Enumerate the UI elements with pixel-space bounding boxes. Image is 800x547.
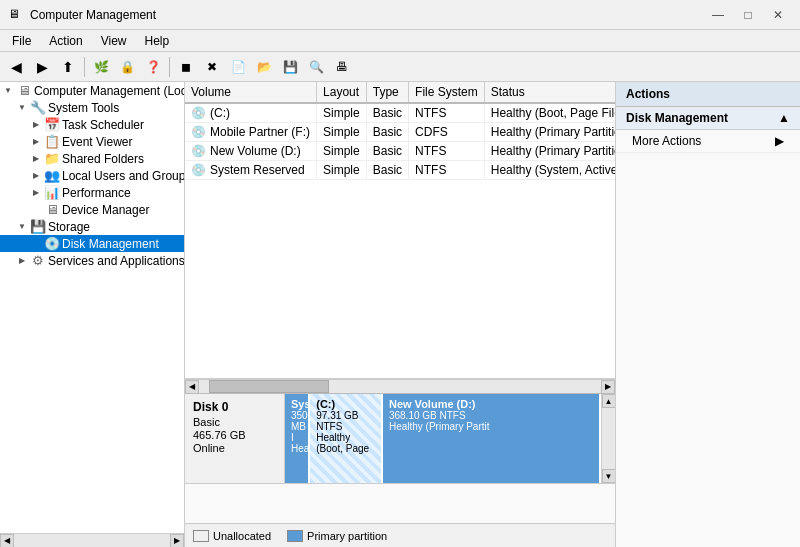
tree-expand-system-tools[interactable]: ▼ [14,103,30,112]
toolbar-forward[interactable]: ▶ [30,55,54,79]
tree-item-local-users[interactable]: ▶ 👥 Local Users and Groups [0,167,184,184]
cell-type-0: Basic [366,103,408,123]
cell-status-1: Healthy (Primary Partition) [484,123,615,142]
disk-scroll-down[interactable]: ▼ [602,469,616,483]
toolbar-save[interactable]: 💾 [278,55,302,79]
volume-row-2[interactable]: 💿New Volume (D:) Simple Basic NTFS Healt… [185,142,615,161]
disk-scroll-up[interactable]: ▲ [602,394,616,408]
tree-expand-performance[interactable]: ▶ [28,188,44,197]
legend-primary: Primary partition [287,530,387,542]
tree-label-local-users: Local Users and Groups [60,169,185,183]
tree-label-shared-folders: Shared Folders [60,152,144,166]
tree-icon-task-scheduler: 📅 [44,117,60,132]
actions-more-actions[interactable]: More Actions ▶ [616,130,800,153]
partition-size-newvol: 368.10 GB NTFS [389,410,593,421]
toolbar-lock[interactable]: 🔒 [115,55,139,79]
partition-c[interactable]: (C:) 97.31 GB NTFS Healthy (Boot, Page [310,394,383,483]
tree-expand-local-users[interactable]: ▶ [28,171,44,180]
toolbar-back[interactable]: ◀ [4,55,28,79]
tree-expand-event-viewer[interactable]: ▶ [28,137,44,146]
h-scrollbar-right[interactable]: ▶ [601,380,615,394]
toolbar-properties[interactable]: 📄 [226,55,250,79]
tree-item-event-viewer[interactable]: ▶ 📋 Event Viewer [0,133,184,150]
tree-item-shared-folders[interactable]: ▶ 📁 Shared Folders [0,150,184,167]
tree-expand-task-scheduler[interactable]: ▶ [28,120,44,129]
partition-system[interactable]: System 350 MB I Healthy [285,394,310,483]
volume-row-1[interactable]: 💿Mobile Partner (F:) Simple Basic CDFS H… [185,123,615,142]
col-filesystem[interactable]: File System [409,82,485,103]
actions-pane: Actions Disk Management ▲ More Actions ▶ [615,82,800,547]
disk-size-0: 465.76 GB [193,429,276,441]
cell-layout-0: Simple [317,103,367,123]
partition-name-newvol: New Volume (D:) [389,398,593,410]
cell-layout-1: Simple [317,123,367,142]
cell-status-2: Healthy (Primary Partition) [484,142,615,161]
col-status[interactable]: Status [484,82,615,103]
h-scrollbar[interactable]: ◀ ▶ [185,379,615,393]
tree-label-performance: Performance [60,186,131,200]
disk-view: Disk 0 Basic 465.76 GB Online System 350… [185,393,615,523]
vol-icon-0: 💿 [191,106,206,120]
cell-status-0: Healthy (Boot, Page File, Cras [484,103,615,123]
toolbar-delete[interactable]: ✖ [200,55,224,79]
tree-expand-services-apps[interactable]: ▶ [14,256,30,265]
toolbar-new-window[interactable]: ◼ [174,55,198,79]
h-scrollbar-thumb[interactable] [209,380,329,393]
toolbar-open[interactable]: 📂 [252,55,276,79]
actions-section-disk-management[interactable]: Disk Management ▲ [616,107,800,130]
menu-action[interactable]: Action [41,32,90,50]
partition-name-c: (C:) [316,398,375,410]
tree-expand-root[interactable]: ▼ [0,86,16,95]
partition-status-system: Healthy [291,443,302,454]
cell-status-3: Healthy (System, Active, Prim [484,161,615,180]
tree-item-services-apps[interactable]: ▶ ⚙ Services and Applications [0,252,184,269]
h-scrollbar-left[interactable]: ◀ [185,380,199,394]
tree-expand-storage[interactable]: ▼ [14,222,30,231]
tree-item-device-manager[interactable]: 🖥 Device Manager [0,201,184,218]
menu-view[interactable]: View [93,32,135,50]
toolbar: ◀ ▶ ⬆ 🌿 🔒 ❓ ◼ ✖ 📄 📂 💾 🔍 🖶 [0,52,800,82]
legend-unallocated: Unallocated [193,530,271,542]
col-volume[interactable]: Volume [185,82,317,103]
left-pane-scroll-left[interactable]: ◀ [0,534,14,548]
tree-icon-storage: 💾 [30,219,46,234]
tree-item-system-tools[interactable]: ▼ 🔧 System Tools [0,99,184,116]
vol-icon-2: 💿 [191,144,206,158]
tree-expand-shared-folders[interactable]: ▶ [28,154,44,163]
legend-bar: Unallocated Primary partition [185,523,615,547]
center-actions: Volume Layout Type File System Status 💿(… [185,82,800,547]
cell-fs-0: NTFS [409,103,485,123]
left-pane-scroll-right[interactable]: ▶ [170,534,184,548]
volume-row-3[interactable]: 💿System Reserved Simple Basic NTFS Healt… [185,161,615,180]
partition-newvol[interactable]: New Volume (D:) 368.10 GB NTFS Healthy (… [383,394,601,483]
maximize-button[interactable]: □ [734,5,762,25]
left-pane-scrollbar[interactable]: ◀ ▶ [0,533,184,547]
col-layout[interactable]: Layout [317,82,367,103]
close-button[interactable]: ✕ [764,5,792,25]
menu-help[interactable]: Help [137,32,178,50]
cell-fs-1: CDFS [409,123,485,142]
disk-v-scrollbar[interactable]: ▲ ▼ [601,394,615,483]
actions-more-actions-label: More Actions [632,134,701,148]
toolbar-show-hide[interactable]: 🌿 [89,55,113,79]
menu-file[interactable]: File [4,32,39,50]
col-type[interactable]: Type [366,82,408,103]
toolbar-up[interactable]: ⬆ [56,55,80,79]
tree-item-task-scheduler[interactable]: ▶ 📅 Task Scheduler [0,116,184,133]
toolbar-print[interactable]: 🖶 [330,55,354,79]
minimize-button[interactable]: — [704,5,732,25]
tree-item-storage[interactable]: ▼ 💾 Storage [0,218,184,235]
tree-label-storage: Storage [46,220,90,234]
toolbar-sep-1 [84,57,85,77]
left-pane-scroll-track [14,534,170,547]
tree-item-performance[interactable]: ▶ 📊 Performance [0,184,184,201]
tree-icon-local-users: 👥 [44,168,60,183]
tree-item-disk-management[interactable]: 💿 Disk Management [0,235,184,252]
tree-item-root[interactable]: ▼ 🖥 Computer Management (Local [0,82,184,99]
tree-icon-performance: 📊 [44,185,60,200]
volume-row-0[interactable]: 💿(C:) Simple Basic NTFS Healthy (Boot, P… [185,103,615,123]
partition-status-newvol: Healthy (Primary Partit [389,421,593,432]
toolbar-help[interactable]: ❓ [141,55,165,79]
legend-label-unallocated: Unallocated [213,530,271,542]
toolbar-search[interactable]: 🔍 [304,55,328,79]
